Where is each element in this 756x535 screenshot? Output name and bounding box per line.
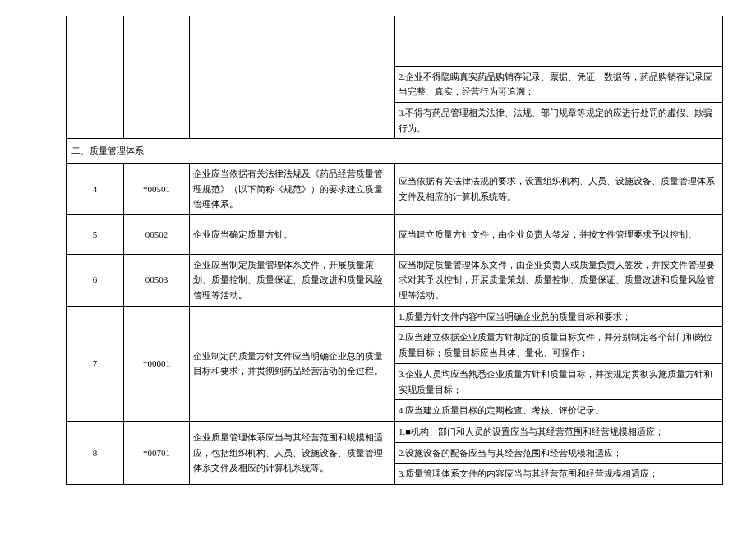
cell-num: 8 xyxy=(67,421,124,484)
cell-detail: 3.质量管理体系文件的内容应当与其经营范围和经营规模相适应； xyxy=(395,464,723,485)
cell-code xyxy=(124,16,190,139)
cell-code: *00701 xyxy=(124,421,190,484)
cell-req xyxy=(190,16,395,139)
section-heading-row: 二、质量管理体系 xyxy=(67,139,723,164)
cell-detail xyxy=(395,16,723,66)
cell-code: *00601 xyxy=(124,306,190,421)
cell-num: 4 xyxy=(67,163,124,214)
cell-num xyxy=(67,16,124,139)
table-row: 5 00502 企业应当确定质量方针。 应当建立质量方针文件，由企业负责人签发，… xyxy=(67,215,723,255)
cell-detail: 1.质量方针文件内容中应当明确企业总的质量目标和要求； xyxy=(395,306,723,327)
cell-detail: 2.企业不得隐瞒真实药品购销存记录、票据、凭证、数据等，药品购销存记录应当完整、… xyxy=(395,66,723,102)
cell-code: 00502 xyxy=(124,215,190,255)
regulation-table: 2.企业不得隐瞒真实药品购销存记录、票据、凭证、数据等，药品购销存记录应当完整、… xyxy=(66,16,723,485)
cell-code: *00501 xyxy=(124,163,190,214)
cell-detail: 1.■机构、部门和人员的设置应当与其经营范围和经营规模相适应； xyxy=(395,421,723,442)
cell-detail: 应当制定质量管理体系文件，由企业负责人或质量负责人签发，并按文件管理要求对其予以… xyxy=(395,254,723,306)
table-row: 8 *00701 企业质量管理体系应当与其经营范围和规模相适应，包括组织机构、人… xyxy=(67,421,723,442)
cell-req: 企业质量管理体系应当与其经营范围和规模相适应，包括组织机构、人员、设施设备、质量… xyxy=(190,421,395,484)
table-row xyxy=(67,16,723,66)
cell-req: 企业制定的质量方针文件应当明确企业总的质量目标和要求，并贯彻到药品经营活动的全过… xyxy=(190,306,395,421)
cell-req: 企业应当依据有关法律法规及《药品经营质量管理规范》（以下简称《规范》）的要求建立… xyxy=(190,163,395,214)
cell-num: 6 xyxy=(67,254,124,306)
section-title: 二、质量管理体系 xyxy=(67,139,723,164)
table-row: 4 *00501 企业应当依据有关法律法规及《药品经营质量管理规范》（以下简称《… xyxy=(67,163,723,214)
cell-detail: 3.不得有药品管理相关法律、法规、部门规章等规定的应进行处罚的虚假、欺骗行为。 xyxy=(395,102,723,138)
cell-detail: 2.设施设备的配备应当与其经营范围和经营规模相适应； xyxy=(395,442,723,464)
cell-req: 企业应当确定质量方针。 xyxy=(190,215,395,255)
cell-num: 5 xyxy=(67,215,124,255)
cell-detail: 应当建立质量方针文件，由企业负责人签发，并按文件管理要求予以控制。 xyxy=(395,215,723,255)
table-row: 7 *00601 企业制定的质量方针文件应当明确企业总的质量目标和要求，并贯彻到… xyxy=(67,306,723,327)
cell-detail: 2.应当建立依据企业质量方针制定的质量目标文件，并分别制定各个部门和岗位质量目标… xyxy=(395,327,723,363)
cell-req: 企业应当制定质量管理体系文件，开展质量策划、质量控制、质量保证、质量改进和质量风… xyxy=(190,254,395,306)
cell-detail: 4.应当建立质量目标的定期检查、考核、评价记录。 xyxy=(395,400,723,422)
cell-detail: 应当依据有关法律法规的要求，设置组织机构、人员、设施设备、质量管理体系文件及相应… xyxy=(395,163,723,214)
cell-num: 7 xyxy=(67,306,124,421)
cell-detail: 3.企业人员均应当熟悉企业质量方针和质量目标，并按规定贯彻实施质量方针和实现质量… xyxy=(395,363,723,399)
table-row: 6 00503 企业应当制定质量管理体系文件，开展质量策划、质量控制、质量保证、… xyxy=(67,254,723,306)
cell-code: 00503 xyxy=(124,254,190,306)
